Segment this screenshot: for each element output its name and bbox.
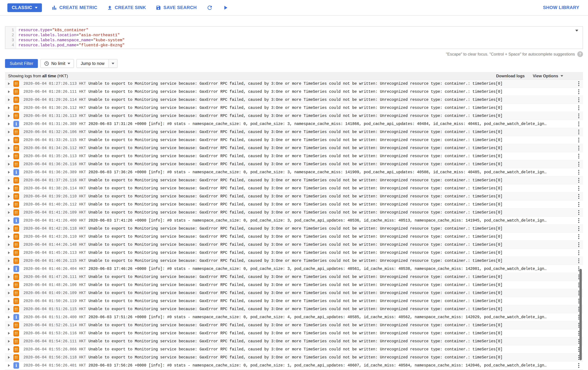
expand-arrow-icon[interactable] (8, 276, 10, 278)
log-row[interactable]: i 2020-06-04 01:31:26.389 HKT 2020-06-03… (5, 120, 583, 128)
expand-arrow-icon[interactable] (8, 123, 10, 125)
expand-arrow-icon[interactable] (8, 211, 10, 214)
log-row[interactable]: !! 2020-06-04 01:34:26.112 HKT Unable to… (5, 144, 583, 152)
time-limit-dropdown[interactable]: No limit (40, 59, 74, 68)
expand-arrow-icon[interactable] (8, 332, 10, 335)
row-menu-icon[interactable] (577, 105, 581, 111)
expand-arrow-icon[interactable] (8, 139, 10, 141)
log-row[interactable]: !! 2020-06-04 01:33:26.115 HKT Unable to… (5, 136, 583, 144)
expand-arrow-icon[interactable] (8, 316, 10, 318)
filter-query-editor[interactable]: 1 resource.type="k8s_container" 2 resour… (5, 26, 583, 49)
log-row[interactable]: !! 2020-06-04 01:30:26.112 HKT Unable to… (5, 104, 583, 112)
log-row[interactable]: !! 2020-06-04 01:46:26.115 HKT Unable to… (5, 257, 583, 265)
expand-arrow-icon[interactable] (8, 163, 10, 165)
expand-arrow-icon[interactable] (8, 268, 10, 270)
expand-arrow-icon[interactable] (8, 251, 10, 254)
expand-arrow-icon[interactable] (8, 292, 10, 294)
log-row[interactable]: !! 2020-06-04 01:54:26.111 HKT Unable to… (5, 337, 583, 345)
row-menu-icon[interactable] (577, 362, 581, 369)
log-row[interactable]: !! 2020-06-04 01:27:26.113 HKT Unable to… (5, 80, 583, 88)
expand-arrow-icon[interactable] (8, 82, 10, 85)
expand-arrow-icon[interactable] (8, 90, 10, 93)
jump-to-now-button[interactable]: Jump to now (77, 59, 109, 68)
row-menu-icon[interactable] (577, 218, 581, 224)
row-menu-icon[interactable] (577, 177, 581, 183)
expand-arrow-icon[interactable] (8, 227, 10, 230)
expand-arrow-icon[interactable] (8, 179, 10, 182)
row-menu-icon[interactable] (577, 113, 581, 119)
log-row[interactable]: !! 2020-06-04 01:31:26.113 HKT Unable to… (5, 112, 583, 120)
log-row[interactable]: !! 2020-06-04 01:55:26.066 HKT Unable to… (5, 345, 583, 353)
log-row[interactable]: !! 2020-06-04 01:44:26.148 HKT Unable to… (5, 241, 583, 249)
expand-arrow-icon[interactable] (8, 324, 10, 326)
row-menu-icon[interactable] (577, 250, 581, 256)
log-row[interactable]: i 2020-06-04 01:56:26.401 HKT 2020-06-03… (5, 361, 583, 370)
row-menu-icon[interactable] (577, 81, 581, 87)
expand-arrow-icon[interactable] (8, 187, 10, 190)
log-row[interactable]: !! 2020-06-04 01:35:26.113 HKT Unable to… (5, 152, 583, 160)
expand-arrow-icon[interactable] (8, 308, 10, 310)
expand-arrow-icon[interactable] (8, 243, 10, 246)
classic-dropdown-button[interactable]: CLASSIC (7, 3, 42, 12)
row-menu-icon[interactable] (577, 258, 581, 264)
row-menu-icon[interactable] (577, 121, 581, 127)
expand-arrow-icon[interactable] (8, 107, 10, 109)
expand-arrow-icon[interactable] (8, 356, 10, 359)
show-library-button[interactable]: SHOW LIBRARY (543, 5, 579, 10)
log-row[interactable]: !! 2020-06-04 01:51:26.115 HKT Unable to… (5, 305, 583, 313)
log-row[interactable]: i 2020-06-04 01:46:26.404 HKT 2020-06-03… (5, 265, 583, 273)
row-menu-icon[interactable] (577, 193, 581, 199)
expand-arrow-icon[interactable] (8, 171, 10, 174)
row-menu-icon[interactable] (577, 153, 581, 159)
log-row[interactable]: !! 2020-06-04 01:36:26.116 HKT Unable to… (5, 160, 583, 168)
row-menu-icon[interactable] (577, 169, 581, 175)
expand-arrow-icon[interactable] (8, 195, 10, 198)
row-menu-icon[interactable] (577, 185, 581, 191)
row-menu-icon[interactable] (577, 145, 581, 151)
log-row[interactable]: !! 2020-06-04 01:42:26.118 HKT Unable to… (5, 225, 583, 233)
log-row[interactable]: !! 2020-06-04 01:53:26.116 HKT Unable to… (5, 329, 583, 337)
stream-logs-play-button[interactable] (223, 5, 229, 11)
expand-arrow-icon[interactable] (8, 203, 10, 206)
log-row[interactable]: !! 2020-06-04 01:56:26.118 HKT Unable to… (5, 353, 583, 361)
row-menu-icon[interactable] (577, 234, 581, 240)
expand-arrow-icon[interactable] (8, 219, 10, 222)
log-row[interactable]: !! 2020-06-04 01:28:26.111 HKT Unable to… (5, 88, 583, 96)
chevron-down-icon[interactable] (575, 30, 578, 32)
view-options-button[interactable]: View Options (533, 74, 563, 78)
log-row[interactable]: !! 2020-06-04 01:50:26.119 HKT Unable to… (5, 297, 583, 305)
expand-arrow-icon[interactable] (8, 364, 10, 367)
row-menu-icon[interactable] (577, 137, 581, 143)
expand-arrow-icon[interactable] (8, 260, 10, 262)
log-row[interactable]: !! 2020-06-04 01:41:26.109 HKT Unable to… (5, 208, 583, 217)
refresh-button[interactable] (207, 5, 213, 11)
row-menu-icon[interactable] (577, 97, 581, 103)
log-row[interactable]: !! 2020-06-04 01:47:26.111 HKT Unable to… (5, 273, 583, 281)
expand-arrow-icon[interactable] (8, 131, 10, 133)
log-row[interactable]: !! 2020-06-04 01:38:26.114 HKT Unable to… (5, 184, 583, 192)
expand-arrow-icon[interactable] (8, 340, 10, 343)
log-row[interactable]: i 2020-06-04 01:41:26.400 HKT 2020-06-03… (5, 217, 583, 225)
expand-arrow-icon[interactable] (8, 98, 10, 101)
row-menu-icon[interactable] (577, 161, 581, 167)
row-menu-icon[interactable] (577, 129, 581, 135)
log-row[interactable]: !! 2020-06-04 01:49:26.109 HKT Unable to… (5, 289, 583, 297)
jump-options-arrow[interactable] (108, 59, 117, 68)
expand-arrow-icon[interactable] (8, 155, 10, 157)
log-row[interactable]: !! 2020-06-04 01:40:26.112 HKT Unable to… (5, 200, 583, 208)
log-row[interactable]: !! 2020-06-04 01:39:26.110 HKT Unable to… (5, 192, 583, 200)
create-sink-button[interactable]: CREATE SINK (107, 5, 146, 11)
submit-filter-button[interactable]: Submit Filter (5, 59, 38, 68)
log-row[interactable]: !! 2020-06-04 01:43:26.110 HKT Unable to… (5, 233, 583, 241)
row-menu-icon[interactable] (577, 209, 581, 216)
log-row[interactable]: !! 2020-06-04 01:29:26.114 HKT Unable to… (5, 96, 583, 104)
row-menu-icon[interactable] (577, 201, 581, 207)
row-menu-icon[interactable] (577, 242, 581, 248)
log-row[interactable]: !! 2020-06-04 01:48:26.106 HKT Unable to… (5, 281, 583, 289)
log-row[interactable]: !! 2020-06-04 01:52:26.114 HKT Unable to… (5, 321, 583, 329)
create-metric-button[interactable]: CREATE METRIC (52, 5, 97, 11)
expand-arrow-icon[interactable] (8, 300, 10, 302)
log-row[interactable]: i 2020-06-04 01:51:26.400 HKT 2020-06-03… (5, 313, 583, 321)
expand-arrow-icon[interactable] (8, 235, 10, 238)
expand-arrow-icon[interactable] (8, 284, 10, 286)
